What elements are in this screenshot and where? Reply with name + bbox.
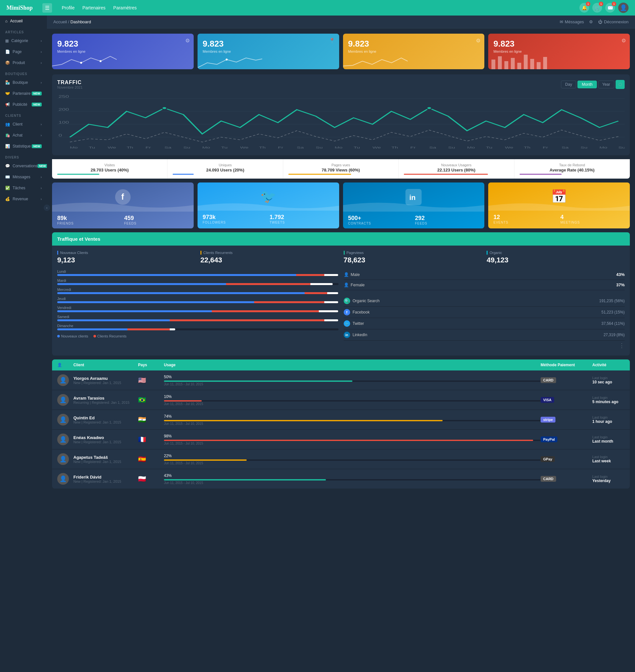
usage-date-3: Jun 11, 2015 - Jul 10, 2015 xyxy=(164,442,541,445)
tstat-uniques-value: 24.093 Users (20%) xyxy=(173,168,278,172)
traffic-title: TRAFFIC xyxy=(57,80,83,85)
statistique-icon: 📊 xyxy=(5,144,10,148)
sidebar-item-taches[interactable]: ✅Tâches › xyxy=(0,183,47,193)
user-avatar[interactable]: 👤 xyxy=(618,3,629,13)
bar-white-samedi xyxy=(324,319,338,321)
sidebar-item-page[interactable]: 📄Page › xyxy=(0,46,47,57)
sidebar-item-achat[interactable]: 🛍️Achat › xyxy=(0,130,47,141)
bar-fill-lundi xyxy=(57,274,338,276)
bar-blue-lundi xyxy=(57,274,296,276)
client-usage-4: 22% Jun 11, 2015 - Jul 10, 2015 xyxy=(164,454,541,465)
sidebar-item-statistique[interactable]: 📊Statistique NEW xyxy=(0,141,47,152)
sidebar-item-client[interactable]: 👥Client › xyxy=(0,119,47,130)
table-row[interactable]: 👤 Enéas Kwadwo New | Registered: Jan 1, … xyxy=(52,430,630,449)
client-flag-4: 🇪🇸 xyxy=(138,455,164,463)
client-info-3: Enéas Kwadwo New | Registered: Jan 1, 20… xyxy=(73,435,138,444)
nav-partenaires[interactable]: Partenaires xyxy=(83,5,106,10)
table-row[interactable]: 👤 Friderik Dávid New | Registered: Jan 1… xyxy=(52,469,630,488)
settings-action[interactable]: ⚙ xyxy=(589,19,593,24)
linkedin-contracts-num: 500+ xyxy=(348,215,413,222)
traffic-btn-year[interactable]: Year xyxy=(598,81,614,88)
messages-action[interactable]: ✉ Méssages xyxy=(560,19,584,24)
top-nav-links: Profile Partenaires Paramètres xyxy=(62,5,137,10)
svg-text:Mo: Mo xyxy=(467,146,475,149)
bar-row-dimanche: Dimanche xyxy=(57,324,338,330)
client-sub-1: Recurring | Registered: Jan 1, 2015 xyxy=(73,401,138,404)
traffic-btn-month[interactable]: Month xyxy=(577,81,596,88)
activity-time-3: Last login xyxy=(592,435,625,439)
gear-icon-1[interactable]: 📍 xyxy=(329,38,335,44)
client-sub-3: New | Registered: Jan 1, 2015 xyxy=(73,440,138,444)
calendar-stats: 12 EVENTS 4 MEETINGS xyxy=(488,211,630,228)
sidebar-item-categorie[interactable]: ▦Catégorie › xyxy=(0,35,47,46)
usage-bar-3 xyxy=(164,440,541,441)
tv-pageviews: Pageviews 78,623 xyxy=(344,251,482,264)
usage-date-2: Jun 11, 2015 - Jul 10, 2015 xyxy=(164,422,541,425)
usage-bar-5 xyxy=(164,479,541,481)
nav-parametres[interactable]: Paramètres xyxy=(113,5,136,10)
traffic-section: TRAFFIC Novembre 2021 Day Month Year ⬡ xyxy=(52,75,630,155)
dot-recurrents xyxy=(93,335,96,337)
disconnect-action[interactable]: ⏻ Déconnexion xyxy=(598,19,629,24)
payment-badge-2: stripe xyxy=(541,417,555,423)
svg-text:Mo: Mo xyxy=(335,146,343,149)
sidebar-item-partenaire[interactable]: 🤝Partenaire NEW xyxy=(0,88,47,99)
stat-num-1: 9.823 xyxy=(203,39,334,49)
new-badge-conversations: NEW xyxy=(38,164,47,168)
sidebar-section-divers: DIVERS xyxy=(0,152,47,161)
table-row[interactable]: 👤 Avram Tarasios Recurring | Registered:… xyxy=(52,390,630,410)
sidebar-section-boutiques: BOUTIQUES xyxy=(0,68,47,77)
svg-text:Su: Su xyxy=(316,146,323,149)
stat-num-2: 9.823 xyxy=(348,39,480,49)
facebook-stats: 89k FRIENDS 459 FEEDS xyxy=(52,212,194,228)
sidebar-item-accueil[interactable]: ⌂ Accueil xyxy=(0,16,47,26)
nav-profile[interactable]: Profile xyxy=(62,5,75,10)
svg-rect-5 xyxy=(504,61,508,69)
table-row[interactable]: 👤 Quintin Ed New | Registered: Jan 1, 20… xyxy=(52,410,630,430)
sidebar-item-messages[interactable]: ✉️Méssages › xyxy=(0,171,47,183)
facebook-feeds: 459 FEEDS xyxy=(124,215,189,225)
gear-icon-0[interactable]: ⚙ xyxy=(185,38,190,44)
more-options-icon[interactable]: ⋮ xyxy=(344,341,625,351)
notification-cart[interactable]: 🛒1 xyxy=(592,3,602,13)
dot-nouveaux xyxy=(57,335,60,337)
gear-icon-2[interactable]: ⚙ xyxy=(476,38,480,44)
client-name-4: Agapetus Tadeáš xyxy=(73,455,138,460)
trafventes-stats-row: Nouveaux Clients 9,123 Clients Recurrent… xyxy=(57,251,625,264)
activity-val-4: Last week xyxy=(592,459,625,463)
publicite-icon: 📢 xyxy=(5,102,10,107)
client-avatar-3: 👤 xyxy=(57,434,69,445)
sidebar-item-boutique[interactable]: 🏪Boutique › xyxy=(0,77,47,88)
client-sub-2: New | Registered: Jan 1, 2015 xyxy=(73,420,138,424)
notification-envelope[interactable]: ✉️1 xyxy=(605,3,615,13)
usage-date-0: Jun 11, 2015 - Jul 10, 2015 xyxy=(164,382,541,386)
table-row[interactable]: 👤 Yiorgos Avraamu New | Registered: Jan … xyxy=(52,371,630,390)
activity-time-2: Last login xyxy=(592,416,625,419)
breadcrumb-home[interactable]: Accueil xyxy=(53,19,67,24)
bar-track-mardi xyxy=(57,283,338,285)
male-label: 👤 Male xyxy=(344,272,360,277)
female-label: 👤 Female xyxy=(344,282,365,287)
bar-fill-dimanche xyxy=(57,329,338,330)
sidebar-item-publicite[interactable]: 📢Publicité NEW xyxy=(0,99,47,110)
notification-bell[interactable]: 🔔1 xyxy=(579,3,589,13)
traffic-filter-button[interactable]: ⬡ xyxy=(616,80,625,89)
table-row[interactable]: 👤 Agapetus Tadeáš New | Registered: Jan … xyxy=(52,449,630,469)
menu-icon[interactable]: ☰ xyxy=(42,3,52,13)
traffic-btn-day[interactable]: Day xyxy=(561,81,576,88)
client-avatar-1: 👤 xyxy=(57,394,69,406)
client-activity-0: Last login 10 sec ago xyxy=(592,376,625,384)
table-header-client: Client xyxy=(73,363,138,367)
sidebar-item-revenue[interactable]: 💰Revenue › xyxy=(0,193,47,205)
sidebar-item-produit[interactable]: 📦Produit › xyxy=(0,57,47,68)
gear-icon-3[interactable]: ⚙ xyxy=(621,38,626,44)
sidebar-item-conversations[interactable]: 💬Conversations NEW xyxy=(0,161,47,171)
social-card-facebook: f 89k FRIENDS 459 FEEDS xyxy=(52,183,194,228)
page-icon: 📄 xyxy=(5,49,10,54)
twitter-tweets: 1.792 TWEETS xyxy=(270,214,334,224)
sidebar-toggle-button[interactable]: ‹ xyxy=(44,205,50,211)
traffic-buttons: Day Month Year ⬡ xyxy=(561,80,625,89)
client-payment-1: VISA xyxy=(541,398,592,402)
facebook-friends-num: 89k xyxy=(57,215,122,222)
trafventes-body: Nouveaux Clients 9,123 Clients Recurrent… xyxy=(52,246,630,356)
